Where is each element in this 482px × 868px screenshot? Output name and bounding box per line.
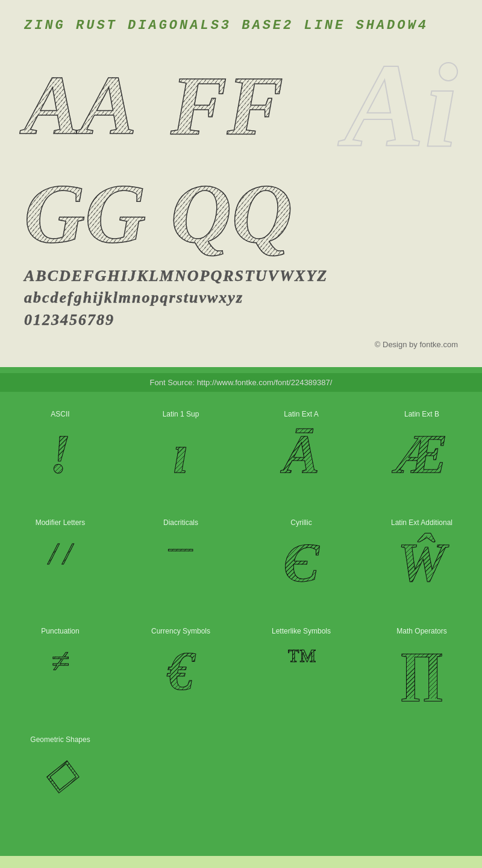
label-diacriticals: Diacriticals bbox=[124, 518, 238, 527]
label-latin1sup: Latin 1 Sup bbox=[124, 410, 238, 418]
char-block-ai: Ai bbox=[318, 45, 458, 166]
char-block-ff: FF bbox=[171, 45, 311, 166]
charset-latin1sup: Latin 1 Sup ı bbox=[120, 404, 241, 512]
top-section: ZING RUST DIAGONALS3 BASE2 LINE SHADOW4 … bbox=[0, 0, 482, 367]
label-modifier: Modifier Letters bbox=[3, 518, 117, 527]
char-diacriticals: — bbox=[169, 536, 193, 560]
empty2 bbox=[241, 729, 362, 838]
alphabet-section: ABCDEFGHIJKLMNOPQRSTUVWXYZ abcdefghijklm… bbox=[24, 265, 458, 331]
label-latinextb: Latin Ext B bbox=[365, 410, 479, 418]
modifier-char1: / bbox=[49, 536, 57, 571]
label-latinextadd: Latin Ext Additional bbox=[365, 518, 479, 527]
charset-geometric: Geometric Shapes ◇ bbox=[0, 729, 120, 838]
empty1 bbox=[120, 729, 241, 838]
char-mathop: ∏ bbox=[399, 644, 444, 699]
char-aa: AA bbox=[24, 63, 137, 148]
char-block-aa: AA bbox=[24, 45, 164, 166]
charset-latinextadd: Latin Ext Additional Ŵ bbox=[362, 512, 482, 621]
char-letterlike: ™ bbox=[287, 644, 316, 675]
label-geometric: Geometric Shapes bbox=[3, 735, 117, 744]
alphabet-upper: ABCDEFGHIJKLMNOPQRSTUVWXYZ bbox=[24, 265, 458, 287]
char-latinexta: Ā bbox=[283, 427, 319, 482]
digits: 0123456789 bbox=[24, 309, 458, 331]
label-latinexta: Latin Ext A bbox=[244, 410, 358, 418]
char-latin1sup: ı bbox=[173, 427, 188, 482]
char-currency: € bbox=[167, 644, 195, 699]
char-cyrillic: Є bbox=[283, 536, 319, 590]
charset-mathop: Math Operators ∏ bbox=[362, 621, 482, 729]
label-mathop: Math Operators bbox=[365, 627, 479, 635]
label-currency: Currency Symbols bbox=[124, 627, 238, 635]
label-ascii: ASCII bbox=[3, 410, 117, 418]
charset-modifier: Modifier Letters / / bbox=[0, 512, 120, 621]
empty3 bbox=[362, 729, 482, 838]
char-geometric: ◇ bbox=[44, 753, 77, 795]
copyright: © Design by fontke.com bbox=[24, 340, 458, 355]
modifier-chars: / / bbox=[49, 536, 72, 571]
char-latinextb: Æ bbox=[396, 427, 448, 482]
font-source: Font Source: http://www.fontke.com/font/… bbox=[0, 373, 482, 392]
char-ascii: ! bbox=[49, 427, 70, 482]
charset-letterlike: Letterlike Symbols ™ bbox=[241, 621, 362, 729]
charset-ascii: ASCII ! bbox=[0, 404, 120, 512]
charset-latinextb: Latin Ext B Æ bbox=[362, 404, 482, 512]
green-section: Font Source: http://www.fontke.com/font/… bbox=[0, 367, 482, 856]
char-block-gg: GG bbox=[24, 172, 164, 256]
char-latinextadd: Ŵ bbox=[398, 536, 446, 590]
label-punctuation: Punctuation bbox=[3, 627, 117, 635]
charset-latinexta: Latin Ext A Ā bbox=[241, 404, 362, 512]
char-qq: QQ bbox=[171, 172, 292, 256]
char-grid: ASCII ! Latin 1 Sup ı Latin Ext A Ā Lati… bbox=[0, 404, 482, 838]
font-title: ZING RUST DIAGONALS3 BASE2 LINE SHADOW4 bbox=[24, 18, 458, 33]
label-cyrillic: Cyrillic bbox=[244, 518, 358, 527]
alphabet-lower: abcdefghijklmnopqrstuvwxyz bbox=[24, 287, 458, 309]
char-block-qq: QQ bbox=[171, 172, 311, 256]
label-letterlike: Letterlike Symbols bbox=[244, 627, 358, 635]
char-ff: FF bbox=[171, 63, 283, 148]
empty-block bbox=[318, 172, 458, 256]
char-ai-outline: Ai bbox=[344, 45, 458, 166]
charset-currency: Currency Symbols € bbox=[120, 621, 241, 729]
char-punctuation: ≠ bbox=[51, 644, 69, 678]
modifier-char2: / bbox=[63, 536, 72, 571]
char-gg: GG bbox=[24, 172, 146, 256]
large-chars-grid: AA FF Ai GG QQ bbox=[24, 45, 458, 256]
charset-cyrillic: Cyrillic Є bbox=[241, 512, 362, 621]
charset-punctuation: Punctuation ≠ bbox=[0, 621, 120, 729]
charset-diacriticals: Diacriticals — bbox=[120, 512, 241, 621]
